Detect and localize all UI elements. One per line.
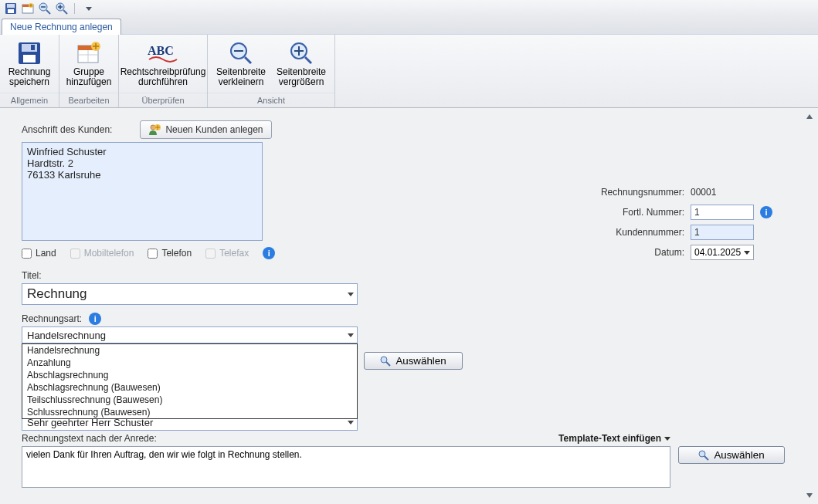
new-customer-button[interactable]: Neuen Kunden anlegen (140, 120, 271, 139)
dropdown-option[interactable]: Abschlagsrechnung (22, 369, 357, 381)
ribbon-group-label: Überprüfen (119, 93, 207, 107)
chevron-down-icon (348, 293, 354, 296)
qat-more-icon[interactable] (86, 7, 92, 11)
button-label: Template-Text einfügen (558, 433, 661, 444)
ribbon-group-label: Allgemein (0, 93, 59, 107)
svg-line-7 (46, 10, 50, 14)
svg-line-33 (386, 362, 390, 366)
customer-number-input[interactable] (691, 225, 754, 240)
spellcheck-icon: ABC (144, 41, 182, 66)
quick-access-toolbar (0, 0, 818, 17)
zoom-in-icon[interactable] (56, 2, 68, 15)
zoom-out-icon[interactable] (39, 2, 51, 15)
dropdown-option[interactable]: Abschlagsrechnung (Bauwesen) (22, 381, 357, 394)
date-input[interactable]: 04.01.2025 (691, 245, 754, 260)
ribbon-tabbar: Neue Rechnung anlegen (0, 17, 818, 34)
zoom-out-icon (229, 41, 253, 66)
button-label: Auswählen (395, 355, 446, 367)
address-line: Hardtstr. 2 (27, 157, 257, 169)
ribbon: Rechnung speichern Allgemein Gruppe hinz… (0, 34, 818, 108)
svg-rect-1 (7, 4, 15, 8)
dropdown-option[interactable]: Anzahlung (22, 357, 357, 369)
ribbon-group-label: Ansicht (208, 93, 334, 107)
chevron-down-icon (348, 421, 354, 425)
svg-line-10 (63, 10, 67, 14)
customer-address-input[interactable]: Winfried Schuster Hardtstr. 2 76133 Karl… (22, 142, 263, 241)
ribbon-item-label: Seitenbreite verkleinern (214, 67, 268, 87)
invoice-type-label: Rechnungsart: (22, 313, 82, 324)
scroll-down-button[interactable] (803, 489, 816, 502)
dropdown-option[interactable]: Handelsrechnung (22, 344, 357, 357)
svg-line-24 (245, 57, 251, 63)
add-group-button[interactable]: Gruppe hinzufügen (64, 39, 114, 89)
template-text-button[interactable]: Template-Text einfügen (558, 433, 670, 444)
separator (74, 3, 75, 14)
new-item-icon[interactable] (22, 2, 34, 15)
customer-number-label: Kundennummer: (580, 227, 684, 238)
save-icon (17, 41, 42, 66)
svg-point-34 (699, 451, 705, 457)
ribbon-item-label: Rechnung speichern (6, 67, 53, 87)
address-label: Anschrift des Kunden: (22, 124, 112, 135)
invoice-text-input[interactable] (22, 446, 670, 488)
zoom-in-page-button[interactable]: Seitenbreite vergrößern (273, 39, 330, 89)
combo-value: Handelsrechnung (27, 330, 106, 341)
dropdown-option[interactable]: Schlussrechnung (Bauwesen) (22, 406, 357, 418)
title-combo[interactable]: Rechnung (22, 283, 358, 305)
invoice-number-value: 00001 (691, 187, 754, 198)
dropdown-option[interactable]: Teilschlussrechnung (Bauwesen) (22, 394, 357, 406)
search-icon (698, 450, 709, 461)
chevron-down-icon (744, 251, 750, 255)
invoice-type-dropdown: Handelsrechnung Anzahlung Abschlagsrechn… (22, 343, 358, 419)
date-value: 04.01.2025 (694, 247, 741, 258)
address-line: Winfried Schuster (27, 146, 257, 157)
invoice-type-combo[interactable]: Handelsrechnung (22, 326, 358, 343)
calendar-add-icon (76, 41, 101, 66)
mobile-checkbox: Mobiltelefon (70, 248, 134, 259)
info-icon[interactable]: i (760, 206, 772, 218)
select-button[interactable]: Auswählen (364, 352, 463, 370)
svg-text:ABC: ABC (148, 44, 174, 57)
phone-checkbox[interactable]: Telefon (148, 248, 192, 259)
invoice-meta: Rechnungsnummer: 00001 Fortl. Nummer: i … (433, 182, 772, 262)
svg-rect-2 (8, 9, 14, 13)
save-invoice-button[interactable]: Rechnung speichern (5, 39, 54, 89)
search-icon (380, 356, 391, 367)
spellcheck-button[interactable]: ABC Rechtschreibprüfung durchführen (124, 39, 202, 89)
zoom-in-icon (289, 41, 314, 66)
tab-new-invoice[interactable]: Neue Rechnung anlegen (2, 19, 121, 35)
svg-line-27 (305, 57, 311, 63)
button-label: Neuen Kunden anlegen (165, 124, 263, 135)
sequential-number-label: Fortl. Nummer: (580, 207, 684, 218)
address-line: 76133 Karlsruhe (27, 169, 257, 181)
form-area: Anschrift des Kunden: Neuen Kunden anleg… (0, 108, 818, 504)
invoice-text-label: Rechnungstext nach der Anrede: (22, 433, 157, 444)
sequential-number-input[interactable] (691, 205, 754, 220)
title-label: Titel: (22, 270, 803, 281)
zoom-out-page-button[interactable]: Seitenbreite verkleinern (212, 39, 270, 89)
svg-rect-16 (31, 45, 35, 50)
info-icon[interactable]: i (263, 247, 275, 259)
ribbon-item-label: Rechtschreibprüfung durchführen (120, 67, 206, 87)
svg-line-35 (704, 456, 708, 460)
svg-rect-15 (23, 55, 36, 63)
land-checkbox[interactable]: Land (22, 248, 56, 259)
svg-point-32 (381, 357, 387, 363)
ribbon-group-label: Bearbeiten (59, 93, 118, 107)
info-icon[interactable]: i (89, 313, 101, 325)
save-icon[interactable] (5, 2, 17, 15)
chevron-down-icon (348, 333, 354, 337)
chevron-down-icon (664, 437, 670, 441)
button-label: Auswählen (714, 449, 764, 461)
fax-checkbox: Telefax (205, 248, 249, 259)
invoice-number-label: Rechnungsnummer: (580, 187, 684, 198)
select-button[interactable]: Auswählen (678, 446, 785, 464)
scroll-up-button[interactable] (803, 110, 816, 123)
combo-value: Rechnung (27, 286, 87, 302)
add-user-icon (148, 123, 161, 136)
ribbon-item-label: Gruppe hinzufügen (66, 67, 112, 87)
ribbon-item-label: Seitenbreite vergrößern (274, 67, 328, 87)
date-label: Datum: (580, 247, 684, 258)
